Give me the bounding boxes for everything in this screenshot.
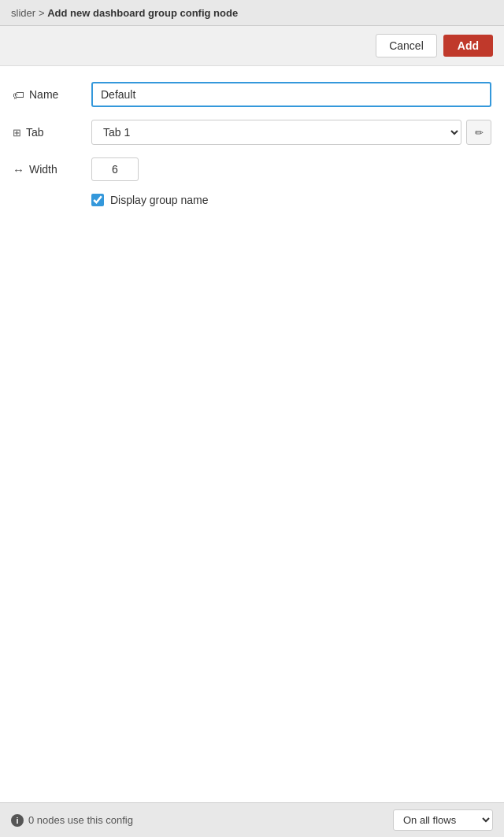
scope-select[interactable]: On all flows On current flow (393, 809, 493, 831)
tab-select[interactable]: Tab 1 (91, 120, 461, 145)
width-input[interactable] (91, 157, 139, 181)
main-content: 🏷 Name ⊞ Tab Tab 1 ✏ ↔ (0, 66, 504, 802)
footer-bar: i 0 nodes use this config On all flows O… (0, 802, 504, 837)
edit-tab-button[interactable]: ✏ (466, 120, 491, 145)
tab-select-wrapper: Tab 1 ✏ (91, 120, 491, 145)
width-row: ↔ Width (13, 157, 491, 181)
breadcrumb: slider > Add new dashboard group config … (11, 6, 238, 19)
name-icon: 🏷 (13, 88, 24, 102)
header-bar: slider > Add new dashboard group config … (0, 0, 504, 26)
width-label-text: Width (29, 163, 57, 176)
breadcrumb-prefix: slider (11, 7, 35, 19)
add-button[interactable]: Add (443, 35, 493, 57)
name-label-text: Name (29, 88, 58, 101)
footer-info: i 0 nodes use this config (11, 814, 133, 827)
cancel-button[interactable]: Cancel (376, 34, 437, 57)
tab-label: ⊞ Tab (13, 126, 91, 139)
info-icon: i (11, 814, 24, 827)
width-icon: ↔ (13, 163, 24, 176)
display-group-name-row: Display group name (91, 194, 491, 206)
nodes-info-text: 0 nodes use this config (28, 814, 133, 826)
name-input[interactable] (91, 82, 491, 107)
page-container: slider > Add new dashboard group config … (0, 0, 504, 837)
tab-label-text: Tab (26, 126, 44, 139)
width-label: ↔ Width (13, 163, 91, 176)
name-row: 🏷 Name (13, 82, 491, 107)
breadcrumb-separator: > (39, 7, 47, 19)
page-title: Add new dashboard group config node (47, 7, 238, 19)
display-group-name-checkbox[interactable] (91, 194, 104, 206)
tab-row: ⊞ Tab Tab 1 ✏ (13, 120, 491, 145)
display-group-name-label[interactable]: Display group name (110, 194, 209, 206)
tab-icon: ⊞ (13, 127, 21, 139)
toolbar: Cancel Add (0, 26, 504, 66)
edit-icon: ✏ (475, 127, 484, 139)
name-label: 🏷 Name (13, 88, 91, 102)
